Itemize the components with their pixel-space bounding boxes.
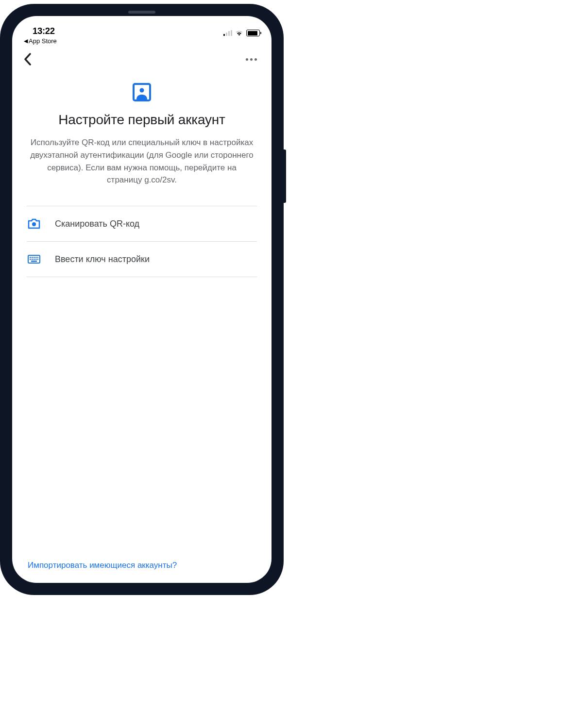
more-options-button[interactable] xyxy=(243,55,260,64)
page-description: Используйте QR-код или специальный ключ … xyxy=(27,136,257,186)
status-left: 13:22 ◀ App Store xyxy=(24,26,57,45)
page-title: Настройте первый аккаунт xyxy=(27,112,257,128)
scan-qr-label: Сканировать QR-код xyxy=(55,219,139,229)
svg-rect-9 xyxy=(30,259,31,260)
svg-rect-4 xyxy=(30,257,31,258)
status-right xyxy=(223,26,260,36)
svg-point-1 xyxy=(140,88,144,93)
main-content: Настройте первый аккаунт Используйте QR-… xyxy=(12,70,272,552)
phone-frame: 13:22 ◀ App Store xyxy=(0,4,284,595)
scan-qr-option[interactable]: Сканировать QR-код xyxy=(27,206,257,242)
svg-rect-11 xyxy=(34,259,35,260)
svg-rect-10 xyxy=(32,259,33,260)
keyboard-icon xyxy=(28,253,40,265)
svg-rect-5 xyxy=(32,257,33,258)
phone-speaker-grille xyxy=(128,11,155,14)
option-list: Сканировать QR-код xyxy=(27,206,257,277)
camera-icon xyxy=(28,218,40,230)
import-accounts-link[interactable]: Импортировать имеющиеся аккаунты? xyxy=(28,561,177,570)
svg-rect-6 xyxy=(34,257,35,258)
back-to-app-link[interactable]: ◀ App Store xyxy=(24,37,57,45)
footer: Импортировать имеющиеся аккаунты? xyxy=(12,552,272,583)
svg-point-2 xyxy=(32,222,36,226)
nav-bar xyxy=(12,46,272,70)
back-button[interactable] xyxy=(24,53,32,66)
enter-key-option[interactable]: Ввести ключ настройки xyxy=(27,242,257,277)
wifi-icon xyxy=(235,30,243,36)
enter-key-label: Ввести ключ настройки xyxy=(55,254,150,265)
battery-icon xyxy=(246,30,260,36)
more-dot-icon xyxy=(255,58,257,61)
svg-rect-13 xyxy=(37,259,38,260)
phone-screen: 13:22 ◀ App Store xyxy=(12,16,272,583)
more-dot-icon xyxy=(246,58,248,61)
back-to-app-arrow-icon: ◀ xyxy=(24,38,28,44)
cellular-signal-icon xyxy=(223,30,232,36)
svg-rect-14 xyxy=(31,261,37,262)
svg-rect-8 xyxy=(37,257,38,258)
phone-power-button xyxy=(284,149,286,203)
status-time: 13:22 xyxy=(24,26,55,36)
more-dot-icon xyxy=(250,58,253,61)
back-to-app-label: App Store xyxy=(29,37,57,45)
status-bar: 13:22 ◀ App Store xyxy=(12,16,272,46)
svg-rect-7 xyxy=(35,257,37,258)
svg-rect-12 xyxy=(35,259,37,260)
account-box-icon xyxy=(27,83,257,101)
